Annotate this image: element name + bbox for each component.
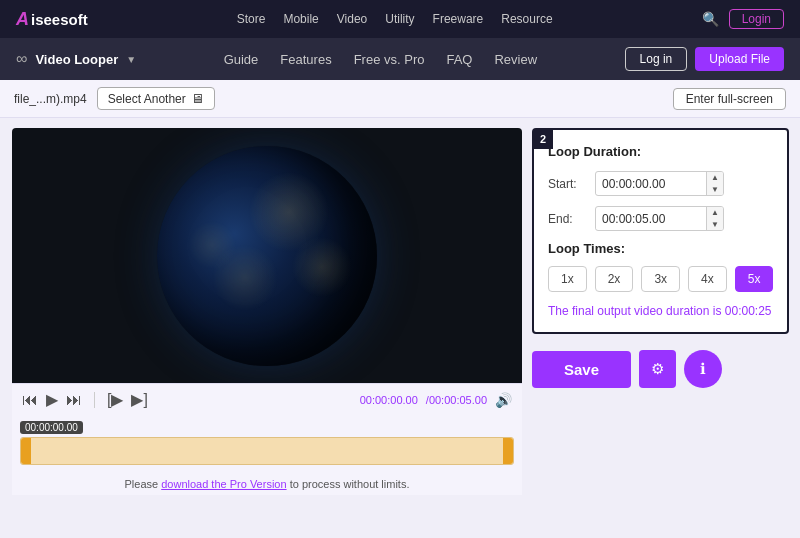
start-time-input-group[interactable]: ▲ ▼ — [595, 171, 724, 196]
timeline-time-label: 00:00:00.00 — [20, 421, 83, 434]
save-area: Save ⚙ ℹ — [532, 342, 789, 396]
loop-duration-title: Loop Duration: — [548, 144, 773, 159]
save-button[interactable]: Save — [532, 351, 631, 388]
volume-icon[interactable]: 🔊 — [495, 392, 512, 408]
end-label: End: — [548, 212, 583, 226]
loop-times-title: Loop Times: — [548, 241, 773, 256]
download-notice: Please download the Pro Version to proce… — [12, 473, 522, 495]
nav-mobile[interactable]: Mobile — [283, 12, 318, 26]
timeline-handle-right[interactable] — [503, 438, 513, 464]
logo-a: A — [16, 9, 29, 30]
logo: A iseesoft — [16, 9, 88, 30]
rewind-button[interactable]: ⏮ — [22, 391, 38, 409]
loop-1x-button[interactable]: 1x — [548, 266, 587, 292]
current-time: 00:00:00.00 — [360, 394, 418, 406]
main-content: ⏮ ▶ ⏭ [▶ ▶] 00:00:00.00 /00:00:05.00 🔊 0… — [0, 118, 800, 538]
end-time-input-group[interactable]: ▲ ▼ — [595, 206, 724, 231]
start-spin-buttons: ▲ ▼ — [706, 172, 723, 195]
box-number: 2 — [533, 129, 553, 149]
nav-faq[interactable]: FAQ — [446, 52, 472, 67]
controls-bar: ⏮ ▶ ⏭ [▶ ▶] 00:00:00.00 /00:00:05.00 🔊 — [12, 383, 522, 415]
tool-nav-left: ∞ Video Looper ▼ — [16, 50, 136, 68]
earth-atmosphere — [157, 146, 377, 366]
second-nav-links: Guide Features Free vs. Pro FAQ Review — [224, 52, 537, 67]
output-duration-text: The final output video duration is — [548, 304, 725, 318]
select-another-label: Select Another — [108, 92, 186, 106]
earth-thumbnail — [157, 146, 377, 366]
file-name: file_...m).mp4 — [14, 92, 87, 106]
monitor-icon: 🖥 — [191, 91, 204, 106]
start-spin-down[interactable]: ▼ — [707, 184, 723, 196]
end-spin-buttons: ▲ ▼ — [706, 207, 723, 230]
nav-store[interactable]: Store — [237, 12, 266, 26]
fullscreen-button[interactable]: Enter full-screen — [673, 88, 786, 110]
clip-start-button[interactable]: [▶ — [107, 390, 123, 409]
nav-guide[interactable]: Guide — [224, 52, 259, 67]
output-duration: The final output video duration is 00:00… — [548, 304, 773, 318]
tool-name: Video Looper — [35, 52, 118, 67]
loop-times-row: 1x 2x 3x 4x 5x — [548, 266, 773, 292]
playback-controls: ⏮ ▶ ⏭ [▶ ▶] — [22, 390, 148, 409]
download-notice-text-before: Please — [125, 478, 162, 490]
nav-resource[interactable]: Resource — [501, 12, 552, 26]
select-another-button[interactable]: Select Another 🖥 — [97, 87, 215, 110]
right-panel: 2 Loop Duration: Start: ▲ ▼ End: ▲ — [532, 128, 789, 528]
clip-end-button[interactable]: ▶] — [131, 390, 147, 409]
video-player — [12, 128, 522, 383]
end-spin-up[interactable]: ▲ — [707, 207, 723, 219]
nav-video[interactable]: Video — [337, 12, 367, 26]
top-nav-links: Store Mobile Video Utility Freeware Reso… — [237, 12, 553, 26]
loop-3x-button[interactable]: 3x — [641, 266, 680, 292]
settings-button[interactable]: ⚙ — [639, 350, 676, 388]
info-button[interactable]: ℹ — [684, 350, 722, 388]
nav-freeware[interactable]: Freeware — [433, 12, 484, 26]
start-time-input[interactable] — [596, 174, 706, 194]
play-button[interactable]: ▶ — [46, 390, 58, 409]
file-bar: file_...m).mp4 Select Another 🖥 Enter fu… — [0, 80, 800, 118]
nav-free-vs-pro[interactable]: Free vs. Pro — [354, 52, 425, 67]
download-notice-text-after: to process without limits. — [287, 478, 410, 490]
loop-icon: ∞ — [16, 50, 27, 68]
left-panel: ⏮ ▶ ⏭ [▶ ▶] 00:00:00.00 /00:00:05.00 🔊 0… — [12, 128, 522, 528]
start-field-row: Start: ▲ ▼ — [548, 171, 773, 196]
loop-4x-button[interactable]: 4x — [688, 266, 727, 292]
loop-5x-button[interactable]: 5x — [735, 266, 774, 292]
timeline-track[interactable] — [20, 437, 514, 465]
nav-utility[interactable]: Utility — [385, 12, 414, 26]
dropdown-arrow-icon[interactable]: ▼ — [126, 54, 136, 65]
end-field-row: End: ▲ ▼ — [548, 206, 773, 231]
upload-file-button[interactable]: Upload File — [695, 47, 784, 71]
search-icon[interactable]: 🔍 — [702, 11, 719, 27]
time-display-area: 00:00:00.00 /00:00:05.00 🔊 — [360, 392, 512, 408]
download-pro-link[interactable]: download the Pro Version — [161, 478, 286, 490]
output-duration-value: 00:00:25 — [725, 304, 772, 318]
second-navigation: ∞ Video Looper ▼ Guide Features Free vs.… — [0, 38, 800, 80]
logo-text: iseesoft — [31, 11, 88, 28]
loop-settings-box: 2 Loop Duration: Start: ▲ ▼ End: ▲ — [532, 128, 789, 334]
start-label: Start: — [548, 177, 583, 191]
login-button[interactable]: Log in — [625, 47, 688, 71]
end-spin-down[interactable]: ▼ — [707, 219, 723, 231]
second-nav-right: Log in Upload File — [625, 47, 784, 71]
controls-divider — [94, 392, 95, 408]
top-navigation: A iseesoft Store Mobile Video Utility Fr… — [0, 0, 800, 38]
timeline-handle-left[interactable] — [21, 438, 31, 464]
nav-review[interactable]: Review — [494, 52, 537, 67]
total-time: /00:00:05.00 — [426, 394, 487, 406]
fast-forward-button[interactable]: ⏭ — [66, 391, 82, 409]
loop-2x-button[interactable]: 2x — [595, 266, 634, 292]
file-bar-left: file_...m).mp4 Select Another 🖥 — [14, 87, 215, 110]
end-time-input[interactable] — [596, 209, 706, 229]
top-nav-right: 🔍 Login — [702, 9, 784, 29]
nav-features[interactable]: Features — [280, 52, 331, 67]
start-spin-up[interactable]: ▲ — [707, 172, 723, 184]
top-login-button[interactable]: Login — [729, 9, 784, 29]
timeline-area: 00:00:00.00 — [12, 415, 522, 473]
